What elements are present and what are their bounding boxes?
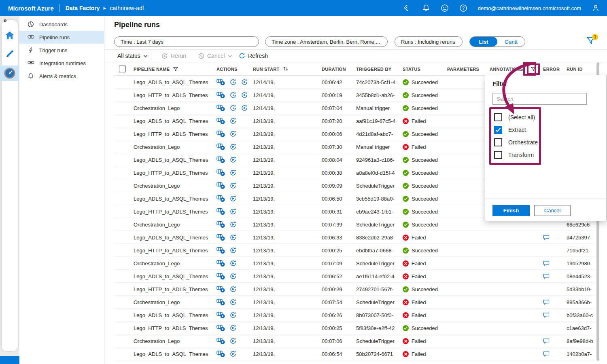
pipeline-name-cell[interactable]: Orchestration_Lego [130, 296, 210, 309]
rerun-from-activity-icon[interactable] [229, 208, 237, 215]
monitor-gauge-icon[interactable] [0, 66, 19, 81]
notifications-bell-icon[interactable] [422, 4, 430, 12]
error-bubble-icon[interactable] [543, 273, 550, 279]
view-pipeline-run-icon[interactable] [216, 169, 225, 176]
checkbox-unchecked-icon[interactable] [494, 138, 502, 146]
error-bubble-icon[interactable] [543, 312, 550, 318]
checkbox-checked-icon[interactable] [494, 126, 502, 134]
rerun-from-activity-icon[interactable] [241, 91, 248, 99]
rerun-icon[interactable] [229, 91, 237, 99]
sidebar-item-integration-runtimes[interactable]: Integration runtimes [19, 57, 104, 70]
view-pipeline-run-icon[interactable] [216, 208, 225, 215]
view-pipeline-run-icon[interactable] [216, 182, 225, 189]
sidebar-item-alerts-metrics[interactable]: Alerts & metrics [19, 70, 104, 83]
pipeline-name-cell[interactable]: Lego_ADLS_to_ASQL_Themes [130, 231, 210, 244]
pipeline-name-cell[interactable]: Lego_ADLS_to_ASQL_Themes [130, 76, 210, 89]
view-pipeline-run-icon[interactable] [216, 130, 225, 138]
popup-search-input[interactable] [492, 93, 587, 105]
rerun-from-activity-icon[interactable] [229, 350, 237, 358]
view-pipeline-run-icon[interactable] [216, 350, 225, 358]
column-filter-icon[interactable] [173, 66, 178, 72]
popup-cancel-button[interactable]: Cancel [534, 205, 571, 216]
view-pipeline-run-icon[interactable] [216, 156, 225, 163]
rerun-button[interactable]: Rerun [161, 50, 186, 62]
view-pipeline-run-icon[interactable] [216, 143, 225, 150]
filter-option-extract[interactable]: Extract [494, 125, 526, 135]
chip-runs[interactable]: Runs : Including reruns [395, 36, 463, 47]
checkbox-unchecked-icon[interactable] [494, 151, 502, 159]
pipeline-name-cell[interactable]: Lego_ADLS_to_ASQL_Themes [130, 347, 210, 360]
refresh-button[interactable]: Refresh [239, 50, 268, 62]
view-pipeline-run-icon[interactable] [216, 104, 225, 112]
error-bubble-icon[interactable] [543, 351, 550, 357]
help-icon[interactable]: ? [459, 4, 467, 12]
view-pipeline-run-icon[interactable] [216, 337, 225, 345]
rerun-from-activity-icon[interactable] [229, 324, 237, 332]
breadcrumb-item[interactable]: cathrinew-adf [110, 5, 144, 11]
table-row[interactable]: Lego_ADLS_to_ASQL_Themes12/13/19,00:06:5… [114, 347, 595, 360]
rerun-from-activity-icon[interactable] [241, 78, 248, 86]
table-row[interactable]: Orchestration_Lego12/13/19,00:07:06Sched… [114, 334, 595, 347]
pipeline-name-cell[interactable]: Orchestration_Lego [130, 179, 210, 192]
feedback-signal-icon[interactable] [403, 4, 412, 12]
cancel-run-button[interactable]: Cancel [198, 50, 232, 62]
pipeline-name-cell[interactable]: Lego_ADLS_to_ASQL_Themes [130, 192, 210, 205]
rerun-from-activity-icon[interactable] [229, 337, 237, 345]
rerun-from-activity-icon[interactable] [229, 143, 237, 150]
pipeline-name-cell[interactable]: Lego_HTTP_to_ADLS_Themes [130, 127, 210, 140]
rerun-from-activity-icon[interactable] [229, 117, 237, 125]
finish-button[interactable]: Finish [492, 205, 530, 216]
table-row[interactable]: Lego_ADLS_to_ASQL_Themes12/13/19,00:06:5… [114, 270, 595, 283]
pipeline-name-cell[interactable]: Orchestration_Lego [130, 140, 210, 153]
select-all-checkbox[interactable] [119, 66, 126, 72]
pipeline-name-cell[interactable]: Orchestration_Lego [130, 218, 210, 231]
pipeline-name-cell[interactable]: Lego_HTTP_to_ADLS_Themes [130, 322, 210, 334]
pipeline-name-cell[interactable]: Lego_HTTP_to_ADLS_Themes [130, 166, 210, 179]
table-row[interactable]: Lego_ADLS_to_ASQL_Themes12/13/19,00:06:2… [114, 309, 595, 322]
rerun-from-activity-icon[interactable] [241, 104, 248, 112]
filter-option-orchestrate[interactable]: Orchestrate [494, 138, 538, 147]
view-pipeline-run-icon[interactable] [216, 286, 225, 293]
filter-option-select-all[interactable]: (Select all) [494, 112, 535, 122]
view-pipeline-run-icon[interactable] [216, 195, 225, 202]
rerun-from-activity-icon[interactable] [229, 311, 237, 319]
rerun-icon[interactable] [229, 78, 237, 86]
rerun-from-activity-icon[interactable] [229, 286, 237, 293]
rerun-from-activity-icon[interactable] [229, 234, 237, 241]
expand-icon[interactable]: » [4, 17, 7, 23]
pipeline-name-cell[interactable]: Lego_ADLS_to_ASQL_Themes [130, 114, 210, 127]
column-header-run_start[interactable]: RUN START [249, 62, 312, 76]
view-pipeline-run-icon[interactable] [216, 221, 225, 228]
rerun-from-activity-icon[interactable] [229, 247, 237, 254]
pipeline-name-cell[interactable]: Orchestration_Lego [130, 334, 210, 347]
table-row[interactable]: Lego_ADLS_to_ASQL_Themes12/13/19,00:06:3… [114, 231, 595, 244]
pipeline-name-cell[interactable]: Orchestration_Lego [130, 257, 210, 270]
rerun-from-activity-icon[interactable] [229, 260, 237, 267]
rerun-from-activity-icon[interactable] [229, 273, 237, 280]
rerun-from-activity-icon[interactable] [229, 156, 237, 163]
pipeline-name-cell[interactable]: Orchestration_Lego [130, 102, 210, 114]
toggle-gantt-button[interactable]: Gantt [497, 37, 525, 47]
view-pipeline-run-icon[interactable] [216, 273, 225, 280]
smiley-feedback-icon[interactable] [441, 4, 449, 12]
pipeline-name-cell[interactable]: Lego_ADLS_to_ASQL_Themes [130, 153, 210, 166]
rerun-icon[interactable] [229, 104, 237, 112]
pipeline-name-cell[interactable]: Lego_ADLS_to_ASQL_Themes [130, 309, 210, 322]
error-bubble-icon[interactable] [543, 299, 550, 305]
rerun-from-activity-icon[interactable] [229, 169, 237, 176]
table-row[interactable]: Orchestration_Lego12/13/19,00:07:09Sched… [114, 257, 595, 270]
sidebar-item-pipeline-runs[interactable]: Pipeline runs [19, 31, 104, 44]
toggle-list-button[interactable]: List [470, 37, 497, 47]
rerun-from-activity-icon[interactable] [229, 195, 237, 202]
rerun-from-activity-icon[interactable] [229, 182, 237, 189]
column-header-select[interactable] [114, 62, 130, 76]
person-icon[interactable] [592, 4, 600, 12]
pipeline-name-cell[interactable]: Lego_ADLS_to_ASQL_Themes [130, 270, 210, 283]
breadcrumb-app[interactable]: Data Factory [66, 5, 100, 11]
rerun-from-activity-icon[interactable] [229, 298, 237, 306]
view-pipeline-run-icon[interactable] [216, 298, 225, 306]
chip-time[interactable]: Time : Last 7 days [114, 36, 259, 47]
sort-icon[interactable] [282, 66, 289, 72]
rerun-from-activity-icon[interactable] [229, 221, 237, 228]
table-row[interactable]: Lego_HTTP_to_ADLS_Themes12/13/19,00:00:2… [114, 322, 595, 334]
